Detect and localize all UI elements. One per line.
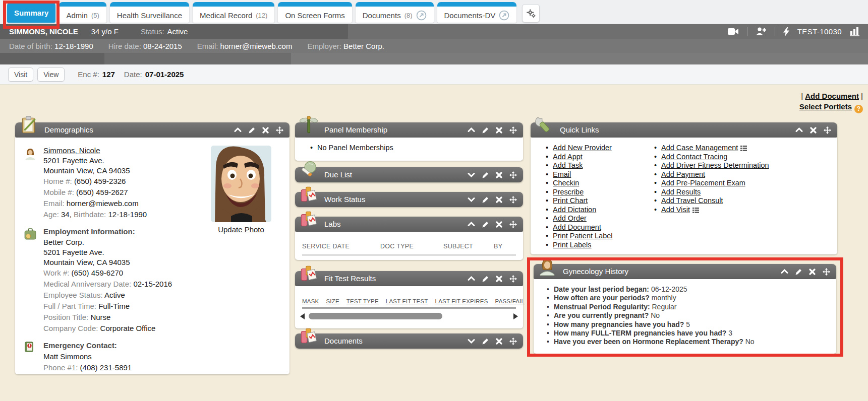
link-add-pre-placement-exam[interactable]: Add Pre-Placement Exam bbox=[661, 179, 745, 187]
fit-col-size[interactable]: SIZE bbox=[326, 298, 339, 304]
close-icon[interactable] bbox=[495, 221, 503, 228]
video-camera-icon[interactable] bbox=[728, 28, 739, 35]
link-email[interactable]: Email bbox=[553, 170, 571, 178]
move-icon[interactable] bbox=[824, 126, 831, 134]
close-icon[interactable] bbox=[262, 126, 269, 134]
edit-icon[interactable] bbox=[482, 126, 489, 133]
edit-icon[interactable] bbox=[795, 268, 802, 275]
tab-health-surveillance[interactable]: Health Surveillance bbox=[110, 2, 189, 23]
edit-icon[interactable] bbox=[482, 275, 489, 282]
popout-icon[interactable] bbox=[499, 10, 509, 21]
company-code-value: Corporate Office bbox=[100, 324, 156, 332]
tab-on-screen-forms[interactable]: On Screen Forms bbox=[278, 2, 352, 23]
link-add-results[interactable]: Add Results bbox=[661, 188, 701, 196]
select-portlets-link[interactable]: Select Portlets bbox=[799, 102, 852, 111]
help-icon[interactable] bbox=[854, 105, 863, 113]
email-value: horner@mieweb.com bbox=[67, 199, 139, 208]
labs-col-by: BY bbox=[494, 243, 502, 250]
scrollbar-track[interactable] bbox=[308, 313, 510, 319]
link-add-task[interactable]: Add Task bbox=[553, 161, 583, 169]
emergency-heading: Emergency Contact: bbox=[43, 340, 132, 351]
bar-chart-icon[interactable] bbox=[850, 27, 860, 36]
link-add-case-management[interactable]: Add Case Management bbox=[661, 144, 738, 152]
expand-icon[interactable] bbox=[468, 338, 475, 345]
edit-icon[interactable] bbox=[482, 196, 489, 203]
update-photo-link[interactable]: Update Photo bbox=[218, 225, 264, 234]
close-icon[interactable] bbox=[495, 196, 503, 204]
close-icon[interactable] bbox=[808, 268, 816, 276]
tab-admin[interactable]: Admin (5) bbox=[59, 2, 106, 23]
expand-icon[interactable] bbox=[468, 196, 475, 203]
move-icon[interactable] bbox=[509, 338, 517, 345]
enc-number-value: 127 bbox=[102, 70, 115, 79]
fit-col-test-type[interactable]: TEST TYPE bbox=[346, 298, 379, 304]
fit-col-last-fit-test[interactable]: LAST FIT TEST bbox=[386, 298, 428, 304]
move-icon[interactable] bbox=[509, 221, 517, 228]
link-add-visit[interactable]: Add Visit bbox=[661, 206, 690, 214]
close-icon[interactable] bbox=[495, 171, 503, 179]
tab-documents-dv[interactable]: Documents-DV bbox=[437, 2, 517, 23]
chart-document-icon bbox=[299, 326, 318, 346]
visit-button[interactable]: Visit bbox=[8, 68, 33, 82]
collapse-icon[interactable] bbox=[468, 275, 475, 282]
add-document-link[interactable]: Add Document bbox=[805, 92, 859, 100]
collapse-icon[interactable] bbox=[795, 126, 803, 133]
fit-col-mask[interactable]: MASK bbox=[302, 298, 319, 304]
person-add-icon[interactable] bbox=[756, 27, 767, 36]
expand-icon[interactable] bbox=[468, 171, 475, 178]
move-icon[interactable] bbox=[509, 126, 517, 134]
scroll-left-arrow[interactable] bbox=[300, 313, 305, 319]
link-add-appt[interactable]: Add Appt bbox=[553, 153, 583, 161]
email-label: Email: bbox=[43, 199, 65, 208]
tab-settings-button[interactable] bbox=[522, 4, 540, 23]
link-add-payment[interactable]: Add Payment bbox=[661, 170, 705, 178]
edit-icon[interactable] bbox=[482, 221, 489, 228]
move-icon[interactable] bbox=[509, 275, 517, 283]
link-add-document[interactable]: Add Document bbox=[553, 223, 601, 231]
collapse-icon[interactable] bbox=[234, 126, 242, 133]
move-icon[interactable] bbox=[823, 268, 830, 276]
close-icon[interactable] bbox=[495, 126, 503, 134]
link-print-patient-label[interactable]: Print Patient Label bbox=[553, 232, 613, 240]
link-add-order[interactable]: Add Order bbox=[553, 214, 587, 222]
collapse-icon[interactable] bbox=[781, 268, 788, 275]
tab-documents[interactable]: Documents (8) bbox=[356, 2, 434, 23]
link-print-chart[interactable]: Print Chart bbox=[553, 196, 588, 205]
link-add-driver-fitness[interactable]: Add Driver Fitness Determination bbox=[661, 161, 769, 169]
employer-label: Employer: bbox=[307, 42, 341, 50]
edit-icon[interactable] bbox=[482, 171, 489, 178]
link-add-contact-tracing[interactable]: Add Contact Tracing bbox=[661, 153, 727, 161]
chart-id-link[interactable]: TEST-10030 bbox=[797, 27, 842, 36]
move-icon[interactable] bbox=[509, 171, 517, 179]
link-add-new-provider[interactable]: Add New Provider bbox=[553, 144, 612, 152]
gyn-item: How often are your periods? monthly bbox=[547, 294, 836, 302]
edit-icon[interactable] bbox=[482, 338, 489, 345]
collapse-icon[interactable] bbox=[468, 221, 475, 228]
popout-icon[interactable] bbox=[416, 10, 427, 21]
collapse-icon[interactable] bbox=[468, 126, 475, 133]
close-icon[interactable] bbox=[495, 338, 503, 345]
scroll-right-arrow[interactable] bbox=[513, 313, 518, 319]
link-print-labels[interactable]: Print Labels bbox=[553, 241, 592, 249]
move-icon[interactable] bbox=[509, 196, 517, 204]
close-icon[interactable] bbox=[809, 126, 817, 134]
gears-icon bbox=[527, 9, 536, 18]
scrollbar-thumb[interactable] bbox=[309, 313, 442, 319]
link-add-travel-consult[interactable]: Add Travel Consult bbox=[661, 196, 723, 205]
patient-name-link[interactable]: Simmons, Nicole bbox=[43, 146, 100, 155]
tab-summary[interactable]: Summary bbox=[7, 2, 55, 23]
lightning-bolt-icon[interactable] bbox=[783, 27, 789, 36]
tab-medical-record[interactable]: Medical Record (12) bbox=[193, 2, 274, 23]
edit-icon[interactable] bbox=[248, 126, 255, 133]
fit-col-pass-fail[interactable]: PASS/FAIL bbox=[495, 298, 525, 304]
gyn-item: Have you ever been on Hormone Replacemen… bbox=[547, 338, 836, 346]
tab-label: Summary bbox=[14, 9, 48, 17]
link-add-dictation[interactable]: Add Dictation bbox=[553, 206, 596, 214]
move-icon[interactable] bbox=[276, 126, 283, 134]
link-checkin[interactable]: Checkin bbox=[553, 179, 579, 187]
link-prescribe[interactable]: Prescribe bbox=[553, 188, 584, 196]
view-button[interactable]: View bbox=[37, 68, 65, 82]
fit-col-last-fit-expires[interactable]: LAST FIT EXPIRES bbox=[435, 298, 488, 304]
close-icon[interactable] bbox=[495, 275, 503, 283]
birthdate-label: Birthdate: bbox=[74, 210, 106, 219]
